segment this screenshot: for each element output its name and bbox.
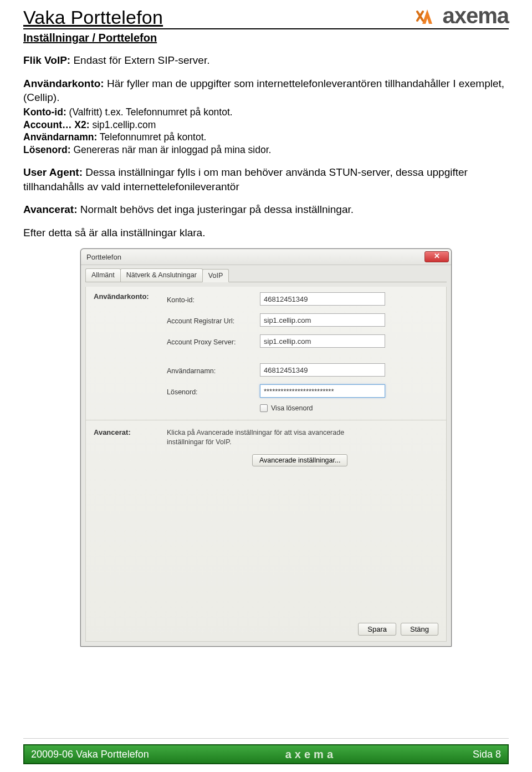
tab-natverk[interactable]: Nätverk & Anslutningar xyxy=(120,268,203,282)
registrar-label: Account Registrar Url: xyxy=(167,315,260,325)
section-user-account: Användarkonto: xyxy=(94,292,167,401)
page-footer: 20009-06 Vaka Porttelefon axema Sida 8 xyxy=(23,744,509,764)
flik-voip-text: Endast för Extern SIP-server. xyxy=(70,54,209,66)
subheading: Inställningar / Porttelefon xyxy=(23,32,509,44)
tab-voip[interactable]: VoIP xyxy=(202,269,229,282)
logo-icon xyxy=(416,6,439,26)
konto-id-txt: (Valfritt) t.ex. Telefonnumret på kontot… xyxy=(66,106,233,118)
brand-logo: axema xyxy=(416,3,509,28)
advanced-hint: Klicka på Avancerade inställningar för a… xyxy=(167,428,372,446)
username-label: Användarnamn: xyxy=(167,365,260,375)
konto-id-lbl: Konto-id: xyxy=(23,106,66,118)
anvandarnamn-txt: Telefonnumret på kontot. xyxy=(97,131,206,143)
losenord-txt: Genereras när man är inloggad på mina si… xyxy=(71,144,272,155)
avancerat-txt: Normalt behövs det inga justeringar på d… xyxy=(78,204,354,215)
close-button[interactable]: Stäng xyxy=(401,623,438,636)
window-close-button[interactable]: ✕ xyxy=(424,251,449,262)
anvandarnamn-lbl: Användarnamn: xyxy=(23,131,97,143)
account-lbl: Account… X2: xyxy=(23,119,90,130)
tab-bar: Allmänt Nätverk & Anslutningar VoIP xyxy=(85,268,447,282)
voip-pane: Användarkonto: Konto-id: Account Registr… xyxy=(85,287,447,642)
footer-separator xyxy=(23,738,509,739)
section-advanced: Avancerat: xyxy=(94,428,167,446)
tab-allmant[interactable]: Allmänt xyxy=(85,268,121,282)
avancerat-lbl: Avancerat: xyxy=(23,204,78,215)
losenord-lbl: Lösenord: xyxy=(23,144,71,155)
footer-right: Sida 8 xyxy=(473,749,501,760)
anvandarkonto-label: Användarkonto: xyxy=(23,78,104,89)
save-button[interactable]: Spara xyxy=(358,623,396,636)
konto-id-input[interactable] xyxy=(260,292,385,306)
show-password-label: Visa lösenord xyxy=(271,404,313,412)
show-password-checkbox[interactable] xyxy=(260,404,268,412)
footer-logo: axema xyxy=(285,748,336,761)
proxy-label: Account Proxy Server: xyxy=(167,336,260,346)
close-icon: ✕ xyxy=(434,252,440,260)
useragent-txt: Dessa inställningar fylls i om man behöv… xyxy=(23,166,468,192)
section-divider xyxy=(86,420,446,420)
password-input[interactable] xyxy=(260,384,385,398)
useragent-lbl: User Agent: xyxy=(23,166,83,178)
flik-voip-label: Flik VoIP: xyxy=(23,54,70,66)
logo-text: axema xyxy=(442,3,509,28)
porttelefon-window: Porttelefon ✕ Allmänt Nätverk & Anslutni… xyxy=(80,248,452,647)
advanced-settings-button[interactable]: Avancerade inställningar... xyxy=(252,454,347,466)
proxy-input[interactable] xyxy=(260,334,385,348)
konto-id-label: Konto-id: xyxy=(167,294,260,304)
username-input[interactable] xyxy=(260,363,385,377)
password-label: Lösenord: xyxy=(167,386,260,396)
document-body: Flik VoIP: Endast för Extern SIP-server.… xyxy=(23,53,509,240)
footer-left: 20009-06 Vaka Porttelefon xyxy=(31,749,149,760)
registrar-input[interactable] xyxy=(260,313,385,327)
page-header: Vaka Porttelefon axema xyxy=(23,7,509,29)
show-password-row[interactable]: Visa lösenord xyxy=(260,404,438,412)
efter-text: Efter detta så är alla inställningar kla… xyxy=(23,226,509,240)
account-txt: sip1.cellip.com xyxy=(90,119,156,130)
window-title: Porttelefon xyxy=(86,253,121,261)
page-title: Vaka Porttelefon xyxy=(23,7,163,28)
